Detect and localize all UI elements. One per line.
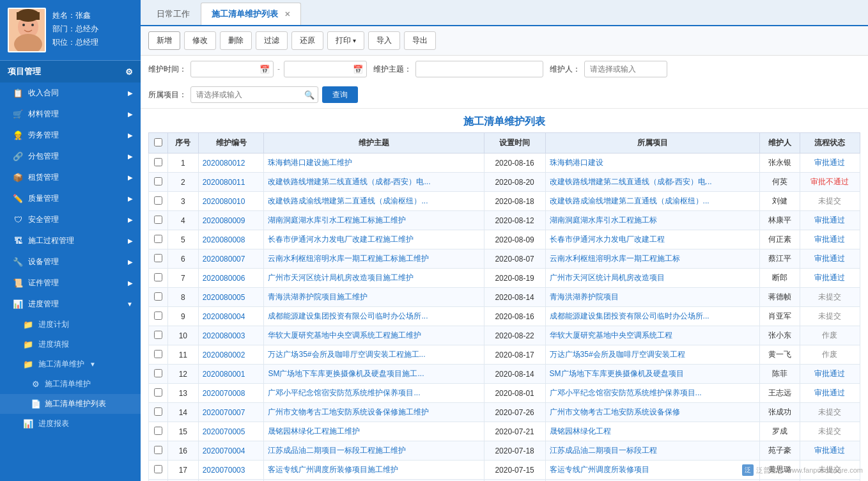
row-select-checkbox[interactable] — [154, 177, 162, 185]
cell-subject[interactable]: 万达广场35#会所及咖啡厅空调安装工程施工... — [264, 345, 484, 365]
row-select-checkbox[interactable] — [154, 235, 162, 243]
cell-project[interactable]: 华软大厦研究基地中央空调系统工程 — [545, 326, 759, 345]
cell-project[interactable]: 改建铁路成渝线增建第二直通线（成渝枢纽）... — [545, 192, 759, 211]
cell-subject[interactable]: 客运专线广州调度所装修项目施工维护 — [264, 461, 484, 480]
cell-project[interactable]: 江苏成品油二期项目一标段工程 — [545, 441, 759, 461]
cell-code[interactable]: 2020080004 — [198, 307, 264, 326]
row-checkbox[interactable] — [149, 422, 168, 441]
cell-project[interactable]: 长春市伊通河水力发电厂改建工程 — [545, 230, 759, 249]
gear-icon[interactable]: ⚙ — [125, 67, 133, 77]
row-select-checkbox[interactable] — [154, 446, 162, 454]
cell-subject[interactable]: 长春市伊通河水力发电厂改建工程施工维护 — [264, 230, 484, 249]
row-checkbox[interactable] — [149, 365, 168, 384]
cell-project[interactable]: 广州市文物考古工地安防系统设备保修 — [545, 403, 759, 422]
sidebar-item-equipment[interactable]: 🔧 设备管理 ▶ — [0, 251, 141, 272]
cell-subject[interactable]: 广邓小平纪念馆宿安防范系统维护保养项目... — [264, 384, 484, 403]
cell-subject[interactable]: 广州市文物考古工地安防系统设备保修施工维护 — [264, 403, 484, 422]
cell-code[interactable]: 2020080006 — [198, 269, 264, 288]
row-checkbox[interactable] — [149, 173, 168, 192]
cell-code[interactable]: 2020080001 — [198, 365, 264, 384]
row-select-checkbox[interactable] — [154, 369, 162, 377]
print-button[interactable]: 打印 — [327, 31, 364, 50]
row-checkbox[interactable] — [149, 403, 168, 422]
row-checkbox[interactable] — [149, 288, 168, 307]
cell-project[interactable]: 珠海鹤港口建设 — [545, 154, 759, 173]
cell-code[interactable]: 2020080007 — [198, 249, 264, 269]
restore-button[interactable]: 还原 — [291, 31, 323, 50]
query-button[interactable]: 查询 — [322, 86, 358, 103]
row-select-checkbox[interactable] — [154, 273, 162, 281]
sidebar-section-header[interactable]: 项目管理 ⚙ — [0, 61, 141, 83]
row-select-checkbox[interactable] — [154, 350, 162, 358]
row-checkbox[interactable] — [149, 269, 168, 288]
sidebar-item-maintain[interactable]: 📁 施工清单维护 ▼ — [0, 354, 141, 374]
row-select-checkbox[interactable] — [154, 254, 162, 262]
row-checkbox[interactable] — [149, 249, 168, 269]
tab-close-icon[interactable]: ✕ — [284, 10, 290, 18]
row-select-checkbox[interactable] — [154, 407, 162, 416]
sidebar-item-certificate[interactable]: 📜 证件管理 ▶ — [0, 272, 141, 294]
sidebar-item-quality[interactable]: ✏️ 质量管理 ▶ — [0, 188, 141, 209]
filter-project-input[interactable] — [190, 86, 318, 103]
cell-project[interactable]: 广州市天河区统计局机房改造项目 — [545, 269, 759, 288]
cell-code[interactable]: 2020080012 — [198, 154, 264, 173]
cell-code[interactable]: 2020070003 — [198, 461, 264, 480]
cell-project[interactable]: 万达广场35#会所及咖啡厅空调安装工程 — [545, 345, 759, 365]
row-checkbox[interactable] — [149, 345, 168, 365]
cell-subject[interactable]: 云南水利枢纽溶明水库一期工程施工标施工维护 — [264, 249, 484, 269]
cell-code[interactable]: 2020080011 — [198, 173, 264, 192]
sidebar-item-rental[interactable]: 📦 租赁管理 ▶ — [0, 167, 141, 188]
row-select-checkbox[interactable] — [154, 388, 162, 397]
header-checkbox[interactable] — [149, 133, 168, 154]
row-checkbox[interactable] — [149, 461, 168, 480]
sidebar-item-maintain-list[interactable]: 📄 施工清单维护列表 — [0, 394, 141, 414]
cell-project[interactable]: 广邓小平纪念馆宿安防范系统维护保养项目... — [545, 384, 759, 403]
cell-code[interactable]: 2020070008 — [198, 384, 264, 403]
cell-code[interactable]: 2020080005 — [198, 288, 264, 307]
cell-subject[interactable]: 青海洪湖养护院项目施工维护 — [264, 288, 484, 307]
cell-project[interactable]: 晟铭园林绿化工程 — [545, 422, 759, 441]
row-checkbox[interactable] — [149, 230, 168, 249]
cell-code[interactable]: 2020080008 — [198, 230, 264, 249]
cell-subject[interactable]: 改建铁路成渝线增建第二直通线（成渝枢纽）... — [264, 192, 484, 211]
row-checkbox[interactable] — [149, 384, 168, 403]
sidebar-item-subcontract[interactable]: 🔗 分包管理 ▶ — [0, 146, 141, 167]
add-button[interactable]: 新增 — [148, 31, 180, 50]
sidebar-item-safety[interactable]: 🛡 安全管理 ▶ — [0, 209, 141, 230]
cell-subject[interactable]: 珠海鹤港口建设施工维护 — [264, 154, 484, 173]
cell-subject[interactable]: 华软大厦研究基地中央空调系统工程施工维护 — [264, 326, 484, 345]
cell-project[interactable]: 云南水利枢纽溶明水库一期工程施工标 — [545, 249, 759, 269]
row-select-checkbox[interactable] — [154, 311, 162, 320]
delete-button[interactable]: 删除 — [220, 31, 252, 50]
cell-subject[interactable]: 广州市天河区统计局机房改造项目施工维护 — [264, 269, 484, 288]
row-select-checkbox[interactable] — [154, 216, 162, 224]
row-select-checkbox[interactable] — [154, 196, 162, 205]
filter-person-input[interactable] — [584, 61, 667, 77]
row-select-checkbox[interactable] — [154, 331, 162, 339]
filter-subject-input[interactable] — [415, 61, 543, 77]
row-checkbox[interactable] — [149, 154, 168, 173]
sidebar-item-maintain-detail[interactable]: ⚙ 施工清单维护 — [0, 374, 141, 394]
tab-daily[interactable]: 日常工作 — [146, 3, 201, 25]
tab-maintain-list[interactable]: 施工清单维护列表 ✕ — [201, 3, 301, 25]
sidebar-item-construction[interactable]: 🏗 施工过程管理 ▶ — [0, 230, 141, 251]
calendar-icon[interactable]: 📅 — [260, 65, 270, 74]
cell-subject[interactable]: 改建铁路线增建第二线直通线（成都-西安）电... — [264, 173, 484, 192]
row-checkbox[interactable] — [149, 211, 168, 230]
sidebar-item-progress-report2[interactable]: 📊 进度报表 — [0, 414, 141, 434]
row-select-checkbox[interactable] — [154, 158, 162, 166]
row-checkbox[interactable] — [149, 192, 168, 211]
sidebar-item-materials[interactable]: 🛒 材料管理 ▶ — [0, 104, 141, 125]
search-icon[interactable]: 🔍 — [304, 90, 314, 100]
sidebar-item-progress-plan[interactable]: 📁 进度计划 — [0, 315, 141, 335]
cell-project[interactable]: 客运专线广州调度所装修项目 — [545, 461, 759, 480]
sidebar-item-labor[interactable]: 👷 劳务管理 ▶ — [0, 125, 141, 146]
sidebar-item-progress[interactable]: 📊 进度管理 ▼ — [0, 294, 141, 315]
export-button[interactable]: 导出 — [404, 31, 436, 50]
cell-subject[interactable]: 江苏成品油二期项目一标段工程施工维护 — [264, 441, 484, 461]
cell-code[interactable]: 2020070005 — [198, 422, 264, 441]
import-button[interactable]: 导入 — [368, 31, 400, 50]
cell-code[interactable]: 2020070007 — [198, 403, 264, 422]
cell-subject[interactable]: 湖南洞庭湖水库引水工程施工标施工维护 — [264, 211, 484, 230]
row-select-checkbox[interactable] — [154, 427, 162, 435]
